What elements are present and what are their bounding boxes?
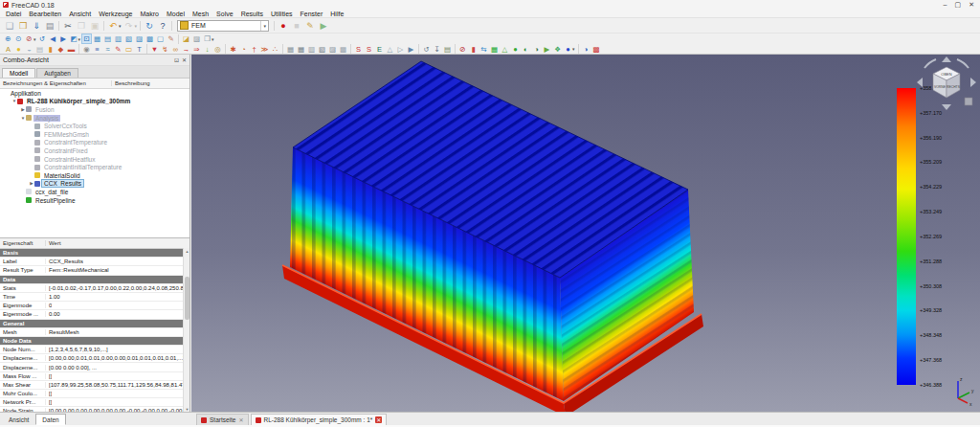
fem-beam-rotation-button[interactable]: ◆: [56, 45, 65, 54]
fem-constraint-plane-rotation-button[interactable]: ▭: [124, 45, 133, 54]
nav-arrow-left-icon[interactable]: [917, 78, 923, 87]
property-row-mass-flow-[interactable]: Mass Flow ...[]: [0, 372, 189, 381]
heatsink-model[interactable]: [191, 55, 980, 412]
property-value[interactable]: []: [46, 373, 52, 379]
tab-ansicht[interactable]: Ansicht: [2, 414, 35, 425]
macro-edit-button[interactable]: ✎: [304, 20, 316, 32]
fem-constraint-temperature-button[interactable]: †: [250, 45, 258, 54]
fem-constraint-transform-button[interactable]: T: [135, 45, 144, 54]
clipping-plane-remove-button[interactable]: ▩: [592, 45, 601, 54]
tree-item-ccx_results[interactable]: ▶CCX_Results: [0, 180, 189, 189]
fem-mesh-region-button[interactable]: ▩: [339, 45, 347, 54]
property-row-node-num-[interactable]: Node Num...[1,2,3,4,5,6,7,8,9,10,...]: [0, 346, 189, 354]
fem-post-spherical-filter-button-dropdown-icon[interactable]: ▾: [572, 46, 575, 52]
property-row-eigenmode-[interactable]: Eigenmode ...0.00: [0, 310, 189, 319]
nav-arrow-right-icon[interactable]: [970, 78, 976, 87]
fem-solver-calculix-button[interactable]: S: [354, 45, 363, 54]
property-row-result-type[interactable]: Result TypeFem::ResultMechanical: [0, 266, 189, 275]
tree-item-ccx_dat_file[interactable]: ccx_dat_file: [0, 188, 189, 196]
fem-solver-controls-button[interactable]: ▷: [396, 45, 405, 54]
menu-fenster[interactable]: Fenster: [297, 11, 327, 17]
tree-item-fusion[interactable]: ▶Fusion: [0, 105, 189, 114]
fem-result-mesh-show-button[interactable]: ▤: [443, 45, 452, 54]
menu-ansicht[interactable]: Ansicht: [65, 11, 95, 17]
3d-viewport[interactable]: +358.150+357.170+356.190+355.209+354.229…: [191, 55, 980, 412]
close-button[interactable]: ✕: [969, 0, 974, 10]
float-panel-button[interactable]: ⊡: [174, 56, 179, 63]
property-value[interactable]: Fem::ResultMechanical: [46, 267, 109, 273]
workbench-dropdown-icon[interactable]: ▾: [260, 21, 267, 31]
property-row-mesh[interactable]: MeshResultMesh: [0, 328, 189, 337]
menu-mesh[interactable]: Mesh: [189, 11, 212, 17]
fem-solver-mystran-button[interactable]: △: [386, 45, 394, 54]
tree-item-solverccxtools[interactable]: SolverCcxTools: [0, 122, 189, 130]
tree-item-femmeshgmsh[interactable]: FEMMeshGmsh: [0, 130, 189, 139]
property-value[interactable]: 0: [46, 303, 52, 308]
tree-item-resultpipeline[interactable]: ResultPipeline: [0, 196, 189, 205]
property-value[interactable]: CCX_Results: [46, 258, 83, 264]
property-row-network-pr-[interactable]: Network Pr...[]: [0, 398, 189, 407]
macro-play-button[interactable]: ▶: [318, 20, 329, 32]
view-isometric-button[interactable]: ◩▾: [70, 34, 81, 43]
tree-item-rl-288-kühlkörper_simple_300mm[interactable]: ▼RL-288 Kühlkörper_simple_300mm: [0, 98, 189, 106]
fem-constraint-gear-button[interactable]: ✱: [229, 45, 237, 54]
tree-item-constrainttemperature[interactable]: ConstraintTemperature: [0, 139, 189, 147]
scrollbar-thumb[interactable]: [185, 277, 189, 320]
undo-button[interactable]: ↶▾: [107, 20, 122, 32]
fem-mesh-group-button[interactable]: ▨: [328, 45, 337, 54]
new-file-button[interactable]: ❑: [4, 20, 15, 32]
close-tab-icon[interactable]: ✕: [375, 416, 382, 423]
toggle-clipping-button[interactable]: ◪: [182, 34, 190, 43]
fit-selection-button[interactable]: ⊙: [14, 34, 23, 43]
property-value[interactable]: [107.89,99.25,58.08,50.75,111.71,129.56,…: [46, 382, 189, 388]
fem-material-editor-button[interactable]: ▤: [35, 45, 44, 54]
menu-model[interactable]: Model: [163, 11, 189, 17]
property-row-displaceme-[interactable]: Displaceme...[0.00 0.00 0.00], ...: [0, 363, 189, 371]
property-value[interactable]: []: [46, 399, 52, 405]
fem-results-show-button[interactable]: ↧: [433, 45, 441, 54]
fem-mesh-netgen-button[interactable]: ▦: [297, 45, 305, 54]
property-row-max-shear[interactable]: Max Shear[107.89,99.25,58.08,50.75,111.7…: [0, 381, 189, 390]
draw-style-button[interactable]: ⊘▾: [25, 34, 36, 43]
fem-material-solid-button[interactable]: ●: [14, 45, 23, 54]
measure-distance-button[interactable]: ✎: [167, 34, 175, 43]
dock-views-button[interactable]: ❐▾: [203, 34, 214, 43]
fem-post-glyph-filter-button[interactable]: ●: [511, 45, 520, 54]
nav-rotate-ccw-icon[interactable]: [924, 59, 936, 68]
fem-post-warp-vector-button[interactable]: △: [501, 45, 509, 54]
fem-constraint-initial-temperature-button[interactable]: ∴: [271, 45, 279, 54]
nav-arrow-down-icon[interactable]: [942, 104, 951, 110]
view-isometric-button-dropdown-icon[interactable]: ▾: [78, 36, 81, 42]
fem-post-refresh-button[interactable]: ⇆: [479, 45, 488, 54]
fem-mesh-boundary-layer-button[interactable]: ▥: [307, 45, 316, 54]
fem-constraint-pulley-button[interactable]: ◔: [239, 45, 248, 54]
minimize-button[interactable]: –: [944, 0, 947, 10]
property-value[interactable]: [0.00 0.00 0.00], ...: [46, 365, 97, 371]
tree-item-constraintheatflux[interactable]: ConstraintHeatflux: [0, 155, 189, 164]
menu-makro[interactable]: Makro: [136, 11, 162, 17]
property-row-stats[interactable]: Stats[-0.01,0.02,-0.17,0.17,0.00,0.22,0.…: [0, 284, 189, 293]
tab-aufgaben[interactable]: Aufgaben: [36, 68, 78, 78]
tree-item-constraintinitialtemperature[interactable]: ConstraintInitialTemperature: [0, 163, 189, 171]
menu-solve[interactable]: Solve: [212, 11, 237, 17]
nav-back-button[interactable]: ◀: [49, 34, 57, 43]
fem-constraint-self-weight-button[interactable]: ↓: [203, 45, 212, 54]
menu-datei[interactable]: Datei: [2, 11, 25, 17]
view-top-button[interactable]: ▥: [114, 34, 122, 43]
tree-item-applikation[interactable]: Applikation: [0, 89, 189, 98]
fem-constraint-contact-button[interactable]: ↯: [161, 45, 169, 54]
draw-style-button-dropdown-icon[interactable]: ▾: [33, 36, 36, 42]
fem-constraint-pressure-button[interactable]: ⇒: [192, 45, 201, 54]
nav-rotate-cw-icon[interactable]: [957, 59, 969, 68]
open-file-button[interactable]: ❒: [17, 20, 29, 32]
fem-shell-thickness-button[interactable]: ▬: [67, 45, 76, 54]
property-value[interactable]: 1.00: [46, 294, 60, 300]
dock-views-button-dropdown-icon[interactable]: ▾: [212, 36, 214, 42]
view-axonometric-button[interactable]: ▦: [93, 34, 101, 43]
maximize-button[interactable]: ▢: [955, 0, 962, 10]
fem-constraint-tie-button[interactable]: ∞: [171, 45, 180, 54]
fem-results-purge-button[interactable]: ↺: [422, 45, 431, 54]
fem-post-pipeline-button[interactable]: ▦: [490, 45, 499, 54]
tab-daten[interactable]: Daten: [35, 414, 65, 425]
menu-werkzeuge[interactable]: Werkzeuge: [95, 11, 136, 17]
